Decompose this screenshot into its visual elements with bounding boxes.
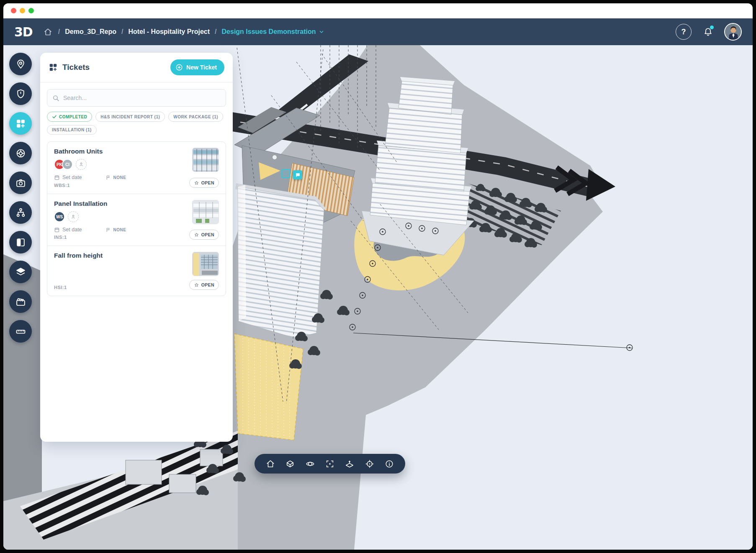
star-icon [194,180,199,186]
ticket-card[interactable]: Panel Installation WS Set date [47,194,226,246]
sidebar-item-tree[interactable] [9,201,32,224]
breadcrumb-project[interactable]: Hotel - Hospitality Project [128,28,210,36]
focus-button[interactable] [323,457,337,471]
assignee-badge[interactable]: CI [62,159,73,170]
ticket-code: WBS:1 [54,183,186,188]
navigation-mode-button[interactable] [303,457,317,471]
minimize-window-button[interactable] [20,8,25,13]
priority-flag[interactable]: NONE [105,175,126,180]
location-pin-icon [15,59,26,69]
shield-icon [15,89,26,99]
issues-icon [15,148,26,159]
home-icon[interactable] [44,28,52,36]
clapperboard-icon [15,297,26,307]
open-ticket-button[interactable]: OPEN [189,230,219,240]
cube-icon [285,459,295,469]
app-logo[interactable]: 3D [14,25,33,39]
panel-title: Tickets [62,63,90,72]
user-avatar[interactable] [724,23,742,41]
sidebar-item-layers[interactable] [9,261,32,283]
info-icon [385,459,394,469]
home-view-button[interactable] [263,457,278,471]
breadcrumb-teamspace[interactable]: Demo_3D_Repo [65,28,116,36]
ticket-code: INS:1 [54,235,186,240]
compare-icon [15,237,26,248]
plus-circle-icon [175,64,183,71]
focus-icon [325,459,334,469]
person-icon [78,161,84,167]
filter-chip-completed[interactable]: COMPLETED [47,112,92,122]
open-ticket-button[interactable]: OPEN [189,178,219,188]
main-area: Tickets New Ticket COMPLETED H&S INCIDEN… [3,45,753,550]
breadcrumb-separator: / [58,28,60,36]
filter-chip-installation[interactable]: INSTALLATION (1) [47,125,97,135]
notifications-button[interactable] [700,24,716,40]
add-assignee-button[interactable] [76,159,87,170]
app-window: 3D / Demo_3D_Repo / Hotel - Hospitality … [3,3,753,550]
macos-titlebar [3,3,753,18]
ticket-thumbnail[interactable] [192,148,219,172]
ticket-side: OPEN [191,200,219,240]
notification-badge [710,26,714,29]
zoom-window-button[interactable] [28,8,34,13]
filter-chips: COMPLETED H&S INCIDENT REPORT (1) WORK P… [40,112,233,135]
orbit-icon [306,459,315,469]
filter-chip-work-package[interactable]: WORK PACKAGE (1) [168,112,223,122]
set-date-button[interactable]: Set date [54,227,82,233]
ticket-pin[interactable] [293,170,302,179]
viewer-toolbar [255,454,405,474]
sidebar-item-sequences[interactable] [9,290,32,313]
tickets-icon [15,118,26,129]
clip-plane-button[interactable] [342,457,357,471]
ticket-card[interactable]: Fall from height HSI:1 OPEN [47,246,226,296]
calendar-icon [54,227,60,233]
ruler-icon [15,326,26,337]
flag-icon [105,175,111,180]
search-box [47,89,226,107]
ticket-thumbnail[interactable] [192,252,219,276]
check-icon [52,114,57,119]
new-ticket-button[interactable]: New Ticket [170,59,224,75]
ticket-details: Panel Installation WS Set date [54,200,186,240]
ticket-card[interactable]: Bathroom Units PK CI Set date [47,142,226,194]
top-navbar: 3D / Demo_3D_Repo / Hotel - Hospitality … [3,18,753,45]
set-date-button[interactable]: Set date [54,174,82,180]
projection-button[interactable] [283,457,297,471]
close-window-button[interactable] [11,8,16,13]
ticket-assignees: WS [54,211,186,222]
ticket-meta: Set date NONE [54,227,186,233]
ticket-side: OPEN [191,148,219,188]
sidebar-item-location[interactable] [9,53,32,75]
sidebar-item-safety[interactable] [9,82,32,105]
ticket-side: OPEN [191,252,219,290]
sidebar-item-measure[interactable] [9,320,32,343]
sidebar-item-compare[interactable] [9,231,32,253]
ticket-title: Bathroom Units [54,148,186,155]
ticket-pin-selected[interactable] [281,169,291,178]
home-icon [266,459,275,469]
add-assignee-button[interactable] [68,211,79,222]
breadcrumb: / Demo_3D_Repo / Hotel - Hospitality Pro… [58,28,324,36]
camera-icon [15,178,26,188]
search-input[interactable] [63,95,221,101]
priority-flag[interactable]: NONE [105,227,126,233]
help-button[interactable]: ? [676,24,692,40]
tickets-panel-header: Tickets New Ticket [40,53,233,82]
coordinates-button[interactable] [363,457,377,471]
bim-info-button[interactable] [382,457,396,471]
sidebar-item-screenshot[interactable] [9,172,32,194]
assignee-badge[interactable]: WS [54,211,65,222]
navbar-actions: ? [676,23,742,41]
breadcrumb-model-dropdown[interactable]: Design Issues Demonstration [222,28,324,36]
flag-icon [105,227,111,233]
sidebar-item-issues[interactable] [9,142,32,164]
person-icon [70,214,76,220]
ticket-list: Bathroom Units PK CI Set date [47,141,226,296]
ticket-thumbnail[interactable] [192,200,219,224]
ticket-code: HSI:1 [54,285,186,290]
filter-chip-hs-incident[interactable]: H&S INCIDENT REPORT (1) [95,112,165,122]
ticket-details: Bathroom Units PK CI Set date [54,148,186,188]
ticket-assignees: PK CI [54,159,186,170]
open-ticket-button[interactable]: OPEN [189,280,219,290]
sidebar-item-tickets[interactable] [9,112,32,135]
